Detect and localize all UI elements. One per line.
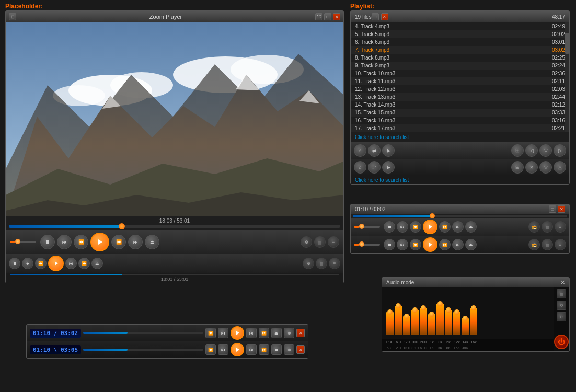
playlist-track-item[interactable]: 16. Track 16.mp303:16 [351, 117, 569, 124]
audio2-next-btn[interactable]: ⏭ [452, 239, 464, 250]
audio2-step-fwd-btn[interactable]: ⏩ [439, 239, 451, 250]
audio-close-icon[interactable]: ✕ [558, 205, 565, 213]
eq-bar-knob[interactable] [463, 316, 468, 321]
audio-eject-btn[interactable]: ⏏ [465, 221, 477, 233]
mini-eject-button[interactable]: ⏏ [91, 258, 103, 269]
compact2-stop-btn[interactable] [271, 344, 282, 355]
pl-prev-icon[interactable]: ◁ [525, 144, 538, 157]
eq-bar-knob[interactable] [387, 309, 393, 315]
audio2-eq-icon[interactable]: ||| [542, 239, 553, 250]
pl2-home-button[interactable]: ⌂ [354, 161, 366, 174]
search-hint2[interactable]: Click here to search list [351, 176, 569, 184]
eq-bar-knob[interactable] [396, 303, 401, 308]
mini-settings-icon[interactable]: ⚙ [303, 258, 314, 269]
eq-bar[interactable] [470, 308, 477, 335]
audio2-vol-knob[interactable] [359, 241, 364, 247]
volume-knob[interactable] [15, 239, 20, 244]
volume-slider[interactable] [10, 241, 36, 243]
maximize-icon[interactable]: □ [324, 13, 331, 20]
compact2-close-icon[interactable]: ✕ [296, 345, 305, 354]
mini-eq-icon[interactable]: ||| [316, 258, 327, 269]
playlist-track-item[interactable]: 17. Track 17.mp302:21 [351, 124, 569, 132]
compact-progress1[interactable] [83, 332, 203, 334]
eq-bar[interactable] [395, 306, 402, 335]
compact2-zoom-btn[interactable]: ⊕ [284, 344, 294, 355]
audio-prev-btn[interactable]: ⏮ [397, 221, 408, 233]
playlist-scrollbar[interactable] [565, 22, 569, 132]
audio-step-fwd-btn[interactable]: ⏩ [439, 221, 451, 233]
pl-grid-icon[interactable]: ⊞ [511, 144, 524, 157]
audio2-eject-btn[interactable]: ⏏ [465, 239, 477, 250]
pl-shuffle-button[interactable]: ⇌ [368, 144, 381, 157]
playlist-maximize-icon[interactable]: □ [372, 13, 379, 20]
audio-radio-icon[interactable]: 📻 [528, 221, 540, 233]
eq-bar[interactable] [428, 314, 435, 335]
eq-bar[interactable] [403, 316, 410, 335]
mini-progress-bar2[interactable] [10, 274, 339, 275]
eq-power-button[interactable]: ⏻ [554, 335, 569, 349]
compact-eject-btn[interactable]: ⏏ [271, 328, 282, 338]
compact-zoom-btn[interactable]: ⊕ [284, 328, 294, 338]
playlist-track-item[interactable]: 7. Track 7.mp303:02 [351, 46, 569, 54]
prev-button[interactable]: ⏮ [57, 235, 72, 249]
audio-menu-icon[interactable]: ≡ [555, 221, 566, 233]
eq-reset-icon[interactable]: ↺ [557, 301, 566, 310]
audio-play-btn[interactable] [423, 220, 437, 234]
mini-next-button[interactable]: ⏭ [65, 258, 77, 269]
eq-close-icon[interactable]: ✕ [560, 279, 565, 286]
audio-vol-slider[interactable] [354, 226, 380, 228]
playlist-track-item[interactable]: 8. Track 8.mp302:25 [351, 54, 569, 62]
compact2-prev-btn[interactable]: ⏮ [218, 344, 228, 355]
playlist-track-item[interactable]: 14. Track 14.mp302:12 [351, 101, 569, 109]
audio-next-btn[interactable]: ⏭ [452, 221, 464, 233]
audio-progress-bar[interactable] [353, 215, 567, 217]
pl2-shuffle-button[interactable]: ⇌ [368, 161, 381, 174]
pl2-sort-icon[interactable]: ▽ [539, 161, 552, 174]
play-button[interactable] [90, 233, 109, 251]
audio-step-back-btn[interactable]: ⏪ [410, 221, 421, 233]
playlist-close-icon[interactable]: ✕ [381, 13, 388, 20]
stop-button[interactable] [40, 235, 55, 249]
compact-next-btn[interactable]: ⏭ [246, 328, 257, 338]
minimize-icon[interactable]: ⊞ [9, 13, 16, 20]
pl2-prev-icon[interactable]: ✕ [525, 161, 538, 174]
playlist-track-item[interactable]: 4. Track 4.mp302:49 [351, 22, 569, 30]
mini-stop-button[interactable] [9, 258, 20, 269]
eq-bar-knob[interactable] [429, 312, 434, 317]
compact-play-btn[interactable] [231, 326, 244, 340]
audio-progress-knob[interactable] [430, 213, 435, 218]
audio2-stop-btn[interactable] [384, 239, 395, 250]
pl-home-button[interactable]: ⌂ [354, 144, 366, 157]
compact-close-icon[interactable]: ✕ [296, 329, 305, 337]
eq-bar-knob[interactable] [437, 301, 443, 306]
video-area[interactable] [6, 22, 343, 216]
playlist-track-item[interactable]: 5. Track 5.mp302:02 [351, 30, 569, 38]
audio-vol-knob[interactable] [359, 224, 364, 229]
eq-bar[interactable] [420, 308, 427, 335]
step-fwd-button[interactable]: ⏩ [111, 235, 126, 249]
compact2-fwd-btn[interactable]: ⏩ [259, 344, 269, 355]
playlist-track-item[interactable]: 10. Track 10.mp302:36 [351, 70, 569, 77]
audio-eq-icon[interactable]: ||| [542, 221, 553, 233]
next-button[interactable]: ⏭ [128, 235, 143, 249]
audio2-radio-icon[interactable]: 📻 [528, 239, 540, 250]
compact-prev-btn[interactable]: ⏮ [218, 328, 228, 338]
eq-bar-knob[interactable] [421, 305, 426, 310]
audio-maximize-icon[interactable]: □ [549, 205, 556, 213]
playlist-track-item[interactable]: 13. Track 13.mp302:44 [351, 93, 569, 101]
eq-bar-knob[interactable] [412, 307, 418, 313]
audio2-vol-slider[interactable] [354, 244, 380, 246]
compact2-play-btn[interactable] [231, 343, 244, 356]
mini-menu-icon[interactable]: ≡ [329, 258, 340, 269]
eq-bar[interactable] [462, 318, 469, 335]
pl2-next-button[interactable]: ▶ [382, 161, 395, 174]
search-hint[interactable]: Click here to search list [351, 132, 569, 142]
eq-settings-icon[interactable]: ||| [557, 289, 566, 298]
eq-bar-knob[interactable] [471, 305, 476, 310]
mini-prev-button[interactable]: ⏮ [22, 258, 33, 269]
main-progress-bar[interactable] [9, 225, 340, 228]
pl-next-button[interactable]: ▶ [382, 144, 395, 157]
compact2-step-back-btn[interactable]: ⏪ [205, 344, 216, 355]
pl2-expand-icon[interactable]: △ [554, 161, 566, 174]
playlist-track-item[interactable]: 6. Track 6.mp303:01 [351, 38, 569, 46]
